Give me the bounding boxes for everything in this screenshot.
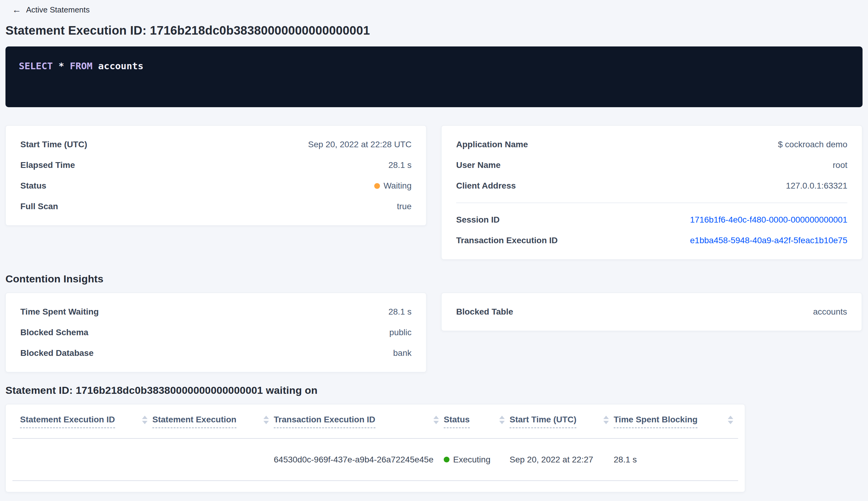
start-time-label: Start Time (UTC)	[20, 140, 87, 149]
status-waiting-dot-icon	[374, 183, 380, 189]
elapsed-time-label: Elapsed Time	[20, 160, 75, 170]
full-scan-row: Full Scan true	[20, 196, 412, 217]
start-time-value: Sep 20, 2022 at 22:28 UTC	[308, 140, 412, 149]
user-name-label: User Name	[456, 160, 500, 170]
transaction-execution-id-row: Transaction Execution ID e1bba458-5948-4…	[456, 230, 847, 251]
session-id-row: Session ID 1716b1f6-4e0c-f480-0000-00000…	[456, 210, 847, 230]
sql-star-operator: *	[58, 61, 64, 71]
start-time-row: Start Time (UTC) Sep 20, 2022 at 22:28 U…	[20, 134, 412, 155]
blocked-table-label: Blocked Table	[456, 307, 513, 317]
blocked-database-row: Blocked Database bank	[20, 343, 412, 363]
blocked-schema-row: Blocked Schema public	[20, 322, 412, 343]
time-spent-waiting-label: Time Spent Waiting	[20, 307, 99, 317]
column-header-statement-execution-id[interactable]: Statement Execution ID	[20, 415, 152, 428]
elapsed-time-value: 28.1 s	[389, 160, 412, 170]
sort-arrows-icon	[433, 416, 439, 424]
client-address-value: 127.0.0.1:63321	[786, 181, 847, 191]
column-header-transaction-execution-id[interactable]: Transaction Execution ID	[274, 415, 444, 428]
transaction-execution-id-label: Transaction Execution ID	[456, 236, 558, 245]
page-title: Statement Execution ID: 1716b218dc0b3838…	[6, 24, 862, 38]
blocked-table-card: Blocked Table accounts	[441, 293, 862, 331]
column-header-start-time[interactable]: Start Time (UTC)	[510, 415, 614, 428]
user-name-value: root	[833, 160, 847, 170]
column-header-label: Start Time (UTC)	[510, 415, 576, 428]
cell-time-spent-blocking: 28.1 s	[614, 455, 738, 465]
column-header-statement-execution[interactable]: Statement Execution	[152, 415, 274, 428]
waiting-on-heading: Statement ID: 1716b218dc0b38380000000000…	[6, 384, 862, 396]
time-spent-waiting-row: Time Spent Waiting 28.1 s	[20, 301, 412, 322]
cell-transaction-execution-id: 64530d0c-969f-437e-a9b4-26a72245e45e	[274, 455, 444, 465]
sql-query-box: SELECT * FROM accounts	[6, 46, 862, 107]
waiting-on-table: Statement Execution ID Statement Executi…	[12, 404, 738, 481]
sort-arrows-icon	[728, 416, 733, 424]
status-executing-text: Executing	[453, 455, 490, 465]
application-name-label: Application Name	[456, 140, 528, 149]
sort-arrows-icon	[603, 416, 609, 424]
cell-start-time: Sep 20, 2022 at 22:27	[510, 455, 614, 465]
sort-arrows-icon	[142, 416, 148, 424]
column-header-status[interactable]: Status	[444, 415, 510, 428]
full-scan-label: Full Scan	[20, 202, 58, 211]
session-id-label: Session ID	[456, 215, 500, 225]
client-address-row: Client Address 127.0.0.1:63321	[456, 175, 847, 196]
blocked-table-row: Blocked Table accounts	[456, 301, 847, 322]
back-arrow-icon[interactable]: ←	[12, 5, 21, 14]
blocked-database-value: bank	[393, 348, 412, 358]
breadcrumb: ← Active Statements	[6, 2, 862, 16]
column-header-label: Status	[444, 415, 470, 428]
sort-arrows-icon	[499, 416, 505, 424]
column-header-label: Statement Execution	[152, 415, 236, 428]
blocked-table-value: accounts	[813, 307, 847, 317]
elapsed-time-row: Elapsed Time 28.1 s	[20, 155, 412, 175]
sort-arrows-icon	[263, 416, 269, 424]
application-name-row: Application Name $ cockroach demo	[456, 134, 847, 155]
column-header-label: Time Spent Blocking	[614, 415, 697, 428]
blocked-schema-label: Blocked Schema	[20, 328, 88, 337]
sql-keyword-from: FROM	[70, 61, 93, 71]
column-header-time-spent-blocking[interactable]: Time Spent Blocking	[614, 415, 738, 428]
column-header-label: Transaction Execution ID	[274, 415, 376, 428]
status-value: Waiting	[374, 181, 412, 191]
column-header-label: Statement Execution ID	[20, 415, 115, 428]
full-scan-value: true	[397, 202, 412, 211]
session-id-link[interactable]: 1716b1f6-4e0c-f480-0000-000000000001	[690, 215, 847, 225]
blocked-schema-value: public	[389, 328, 412, 337]
sql-table-name: accounts	[98, 61, 143, 71]
statement-execution-details-page: ← Active Statements Statement Execution …	[0, 0, 868, 501]
transaction-execution-id-link[interactable]: e1bba458-5948-40a9-a42f-5feac1b10e75	[690, 236, 847, 245]
status-label: Status	[20, 181, 46, 191]
status-row: Status Waiting	[20, 175, 412, 196]
blocked-database-label: Blocked Database	[20, 348, 94, 358]
client-address-label: Client Address	[456, 181, 516, 191]
session-details-card: Application Name $ cockroach demo User N…	[441, 125, 862, 259]
application-name-value: $ cockroach demo	[778, 140, 847, 149]
table-row: 64530d0c-969f-437e-a9b4-26a72245e45e Exe…	[12, 439, 738, 481]
contention-cards-row: Time Spent Waiting 28.1 s Blocked Schema…	[6, 293, 862, 372]
card-divider	[456, 203, 847, 203]
table-header-row: Statement Execution ID Statement Executi…	[12, 404, 738, 439]
overview-cards-row: Start Time (UTC) Sep 20, 2022 at 22:28 U…	[6, 125, 862, 259]
sql-query-text: SELECT * FROM accounts	[19, 61, 143, 71]
time-spent-waiting-value: 28.1 s	[389, 307, 412, 317]
user-name-row: User Name root	[456, 155, 847, 175]
execution-overview-card: Start Time (UTC) Sep 20, 2022 at 22:28 U…	[6, 125, 426, 226]
breadcrumb-link-active-statements[interactable]: Active Statements	[26, 5, 90, 14]
contention-details-card: Time Spent Waiting 28.1 s Blocked Schema…	[6, 293, 426, 372]
contention-insights-heading: Contention Insights	[6, 273, 862, 285]
waiting-on-table-card: Statement Execution ID Statement Executi…	[6, 404, 745, 492]
status-waiting-text: Waiting	[384, 181, 412, 191]
status-executing-dot-icon	[444, 457, 449, 462]
sql-keyword-select: SELECT	[19, 61, 53, 71]
cell-status: Executing	[444, 455, 510, 465]
